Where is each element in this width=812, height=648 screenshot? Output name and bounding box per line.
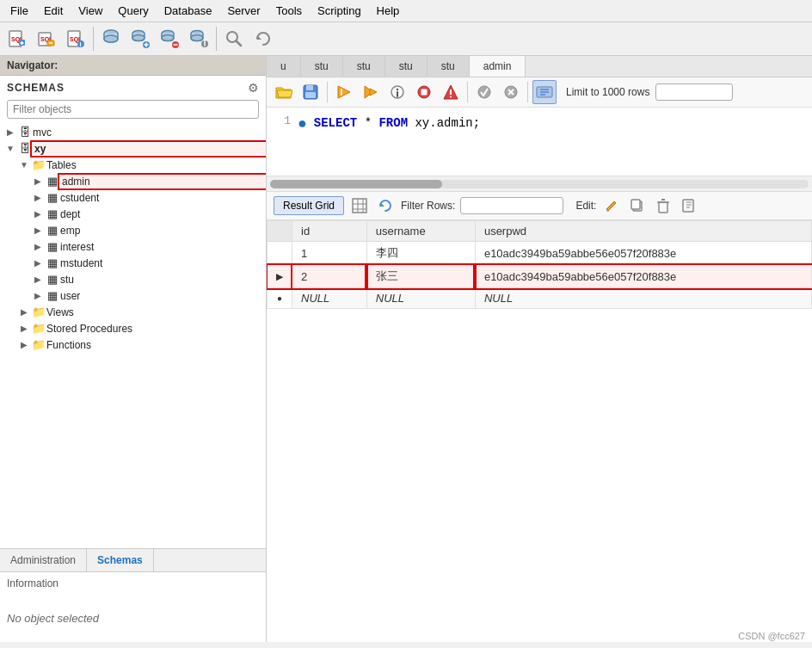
tree-node-functions[interactable]: ▶ 📁 Functions xyxy=(0,336,266,353)
table-row-null[interactable]: ● NULL NULL NULL xyxy=(268,288,812,309)
stop-icon xyxy=(416,84,432,100)
query-tab-stu2[interactable]: stu xyxy=(343,56,385,77)
db-create-button[interactable] xyxy=(126,25,154,52)
query-tab-stu1[interactable]: stu xyxy=(301,56,343,77)
tree-node-mvc[interactable]: ▶ 🗄 mvc xyxy=(0,124,266,140)
cell-id-null[interactable]: NULL xyxy=(292,288,367,309)
tree-node-admin[interactable]: ▶ ▦ admin xyxy=(0,173,266,189)
scrollbar-thumb[interactable] xyxy=(270,180,442,188)
query-tab-u[interactable]: u xyxy=(267,56,301,77)
cell-username-2[interactable]: 张三 xyxy=(366,265,475,288)
x-button[interactable] xyxy=(499,80,523,104)
edit-copy-button[interactable] xyxy=(627,195,648,216)
table-row[interactable]: 1 李四 e10adc3949ba59abbe56e057f20f883e xyxy=(268,242,812,265)
menu-file[interactable]: File xyxy=(3,2,35,20)
explain-button[interactable] xyxy=(385,80,409,104)
cell-userpwd-2[interactable]: e10adc3949ba59abbe56e057f20f883e xyxy=(475,265,811,288)
xy-label: xy xyxy=(33,143,266,155)
tree-node-cstudent[interactable]: ▶ ▦ cstudent xyxy=(0,189,266,206)
check-button[interactable] xyxy=(472,80,496,104)
svg-text:i: i xyxy=(80,41,82,47)
edit-delete-button[interactable] xyxy=(653,195,674,216)
horizontal-scroll-area[interactable] xyxy=(267,176,812,192)
row-arrow-2: ▶ xyxy=(268,265,292,288)
tables-label: Tables xyxy=(46,159,266,171)
menu-tools[interactable]: Tools xyxy=(269,2,309,20)
result-grid-icon-btn[interactable] xyxy=(349,195,370,216)
menu-help[interactable]: Help xyxy=(370,2,407,20)
admin-table-icon: ▦ xyxy=(45,175,60,188)
tree-node-stored-procedures[interactable]: ▶ 📁 Stored Procedures xyxy=(0,320,266,336)
menu-server[interactable]: Server xyxy=(220,2,267,20)
sql-code[interactable]: SELECT * FROM xy.admin; xyxy=(314,114,480,130)
schemas-settings-icon[interactable]: ⚙ xyxy=(248,81,259,95)
tree-node-xy[interactable]: ▼ 🗄 xy xyxy=(0,140,266,157)
col-header-username[interactable]: username xyxy=(366,221,475,242)
edit-export-button[interactable] xyxy=(679,195,699,216)
cell-id-2[interactable]: 2 xyxy=(292,265,367,288)
db-props-button[interactable] xyxy=(185,25,212,52)
tree-node-emp[interactable]: ▶ ▦ emp xyxy=(0,222,266,238)
result-grid-tab[interactable]: Result Grid xyxy=(274,196,344,215)
svg-line-30 xyxy=(237,41,242,46)
tree-node-user[interactable]: ▶ ▦ user xyxy=(0,287,266,304)
info-button[interactable]: SQL i xyxy=(62,25,89,52)
sp-label: Stored Procedures xyxy=(46,323,266,335)
execute-selected-button[interactable] xyxy=(359,80,383,104)
save-button[interactable] xyxy=(298,80,323,104)
new-sql-tab-button[interactable]: SQL xyxy=(3,25,31,52)
db-connect-button[interactable] xyxy=(97,25,125,52)
cstudent-table-icon: ▦ xyxy=(45,191,60,204)
refresh-toolbar-button[interactable] xyxy=(249,25,277,52)
svg-rect-55 xyxy=(353,199,366,213)
search-toolbar-button[interactable] xyxy=(220,25,248,52)
svg-point-47 xyxy=(478,86,490,98)
results-toolbar: Result Grid xyxy=(267,192,812,220)
svg-point-16 xyxy=(132,35,145,41)
administration-tab[interactable]: Administration xyxy=(0,549,87,571)
query-tab-stu4[interactable]: stu xyxy=(428,56,470,77)
tree-node-mstudent[interactable]: ▶ ▦ mstudent xyxy=(0,255,266,271)
edit-pencil-button[interactable] xyxy=(601,195,622,216)
stop-button[interactable] xyxy=(412,80,436,104)
cell-userpwd-null[interactable]: NULL xyxy=(475,288,811,309)
execute-button[interactable] xyxy=(332,80,356,104)
schemas-title: SCHEMAS xyxy=(7,82,65,94)
cell-id-1[interactable]: 1 xyxy=(292,242,367,265)
col-header-id[interactable]: id xyxy=(292,221,367,242)
limit-rows-input[interactable] xyxy=(655,83,733,101)
toggle-active-button[interactable] xyxy=(532,80,557,104)
tree-node-views[interactable]: ▶ 📁 Views xyxy=(0,304,266,320)
schemas-tab[interactable]: Schemas xyxy=(87,549,154,571)
open-sql-button[interactable]: SQL xyxy=(33,25,60,52)
menu-scripting[interactable]: Scripting xyxy=(311,2,368,20)
tree-node-tables[interactable]: ▼ 📁 Tables xyxy=(0,157,266,173)
error-button[interactable] xyxy=(439,80,463,104)
col-header-userpwd[interactable]: userpwd xyxy=(475,221,811,242)
edit-label: Edit: xyxy=(575,200,596,212)
open-folder-button[interactable] xyxy=(272,80,296,104)
menu-edit[interactable]: Edit xyxy=(37,2,70,20)
menu-query[interactable]: Query xyxy=(111,2,155,20)
horizontal-scrollbar[interactable] xyxy=(270,180,809,188)
tree-node-interest[interactable]: ▶ ▦ interest xyxy=(0,238,266,255)
svg-point-21 xyxy=(162,35,174,41)
tree-node-dept[interactable]: ▶ ▦ dept xyxy=(0,206,266,222)
db-remove-button[interactable] xyxy=(156,25,183,52)
admin-label: admin xyxy=(60,176,266,188)
cell-username-1[interactable]: 李四 xyxy=(366,242,475,265)
expand-mstudent-icon: ▶ xyxy=(31,258,45,268)
query-tab-stu3[interactable]: stu xyxy=(385,56,428,77)
results-table-wrap: id username userpwd 1 李四 e10adc3949ba59a… xyxy=(267,220,812,642)
cell-username-null[interactable]: NULL xyxy=(366,288,475,309)
cell-userpwd-1[interactable]: e10adc3949ba59abbe56e057f20f883e xyxy=(475,242,811,265)
table-row-selected[interactable]: ▶ 2 张三 e10adc3949ba59abbe56e057f20f883e xyxy=(268,265,812,288)
filter-box xyxy=(0,98,266,124)
menu-database[interactable]: Database xyxy=(157,2,219,20)
menu-view[interactable]: View xyxy=(71,2,109,20)
query-tab-admin[interactable]: admin xyxy=(470,56,526,77)
tree-node-stu[interactable]: ▶ ▦ stu xyxy=(0,271,266,287)
refresh-results-button[interactable] xyxy=(375,195,396,216)
filter-objects-input[interactable] xyxy=(7,100,259,119)
filter-rows-input[interactable] xyxy=(460,197,563,214)
